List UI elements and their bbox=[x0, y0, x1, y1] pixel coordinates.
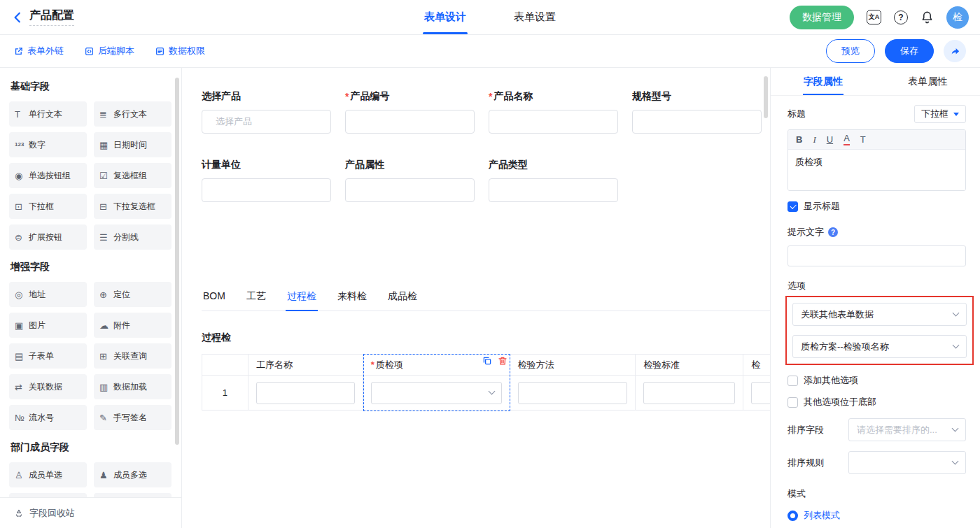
copy-field-button[interactable] bbox=[482, 356, 492, 366]
tab-bom[interactable]: BOM bbox=[202, 290, 227, 311]
sort-rule-select[interactable] bbox=[848, 451, 966, 474]
field-item-attachment[interactable]: ☁ 附件 bbox=[94, 313, 172, 338]
column-header-inspection-method[interactable]: 检验方法 bbox=[510, 355, 636, 376]
title-value-input[interactable]: 质检项 bbox=[788, 150, 965, 190]
field-item-divider[interactable]: ☰ 分割线 bbox=[94, 224, 172, 250]
tab-field-properties[interactable]: 字段属性 bbox=[771, 68, 876, 95]
product-type-input[interactable] bbox=[489, 178, 618, 202]
preview-button[interactable]: 预览 bbox=[826, 39, 875, 63]
save-button[interactable]: 保存 bbox=[885, 39, 934, 63]
field-item-number[interactable]: 123 数字 bbox=[9, 132, 87, 157]
product-attr-input[interactable] bbox=[345, 178, 475, 202]
data-manage-button[interactable]: 数据管理 bbox=[790, 6, 854, 29]
option-field-select[interactable]: 质检方案--检验项名称 bbox=[792, 335, 967, 358]
select-product-input[interactable]: 选择产品 bbox=[202, 110, 331, 134]
spec-model-input[interactable] bbox=[632, 110, 762, 134]
process-name-cell-input[interactable] bbox=[256, 382, 355, 404]
avatar[interactable]: 检 bbox=[946, 6, 969, 29]
add-other-option-row[interactable]: 添加其他选项 bbox=[788, 374, 966, 387]
field-item-subform[interactable]: ▤ 子表单 bbox=[9, 343, 87, 369]
inspection-standard-cell-input[interactable] bbox=[643, 382, 735, 404]
field-item-data-load[interactable]: ▥ 数据加载 bbox=[94, 374, 172, 399]
enhanced-fields-grid: ◎ 地址 ⊕ 定位 ▣ 图片 ☁ 附件 ▤ 子表单 bbox=[9, 282, 172, 430]
help-icon[interactable]: ? bbox=[894, 10, 908, 24]
sidebar-scrollbar[interactable] bbox=[175, 78, 179, 445]
tab-incoming-inspection[interactable]: 来料检 bbox=[336, 290, 368, 311]
field-item-dropdown[interactable]: ⊡ 下拉框 bbox=[9, 194, 87, 219]
tab-form-design[interactable]: 表单设计 bbox=[423, 0, 468, 34]
share-button[interactable] bbox=[944, 40, 966, 62]
header-right: 数据管理 文A ? 检 bbox=[790, 6, 969, 29]
form-field-spec-model: 规格型号 bbox=[632, 90, 770, 134]
field-item-signature[interactable]: ✎ 手写签名 bbox=[94, 405, 172, 430]
other-option-bottom-row[interactable]: 其他选项位于底部 bbox=[788, 396, 966, 408]
field-item-member-multi[interactable]: ♟ 成员多选 bbox=[94, 462, 172, 487]
translate-icon[interactable]: 文A bbox=[867, 10, 881, 24]
tab-form-settings[interactable]: 表单设置 bbox=[512, 0, 557, 34]
unit-input[interactable] bbox=[202, 178, 331, 202]
form-field-unit: 计量单位 bbox=[202, 159, 345, 202]
column-header-inspection-standard[interactable]: 检验标准 bbox=[636, 355, 743, 376]
tab-finished-inspection[interactable]: 成品检 bbox=[386, 290, 419, 311]
tab-process-inspection[interactable]: 过程检 bbox=[286, 290, 318, 311]
field-recycle-bin[interactable]: 字段回收站 bbox=[0, 497, 181, 528]
image-icon: ▣ bbox=[15, 321, 29, 330]
data-permission-button[interactable]: 数据权限 bbox=[155, 45, 205, 57]
column-header-clipped[interactable]: 检 bbox=[743, 355, 770, 376]
quality-item-cell-select[interactable] bbox=[371, 382, 502, 404]
back-button[interactable] bbox=[11, 11, 24, 24]
member-single-icon: ♙ bbox=[15, 471, 29, 480]
font-size-button[interactable]: T bbox=[860, 134, 866, 145]
title-rich-editor: B I U A T 质检项 bbox=[788, 129, 966, 191]
required-mark: * bbox=[489, 91, 492, 102]
field-type-select[interactable]: 下拉框 bbox=[914, 105, 966, 123]
field-item-address[interactable]: ◎ 地址 bbox=[9, 282, 87, 307]
checkbox-group-icon: ☑ bbox=[99, 171, 113, 180]
product-code-input[interactable] bbox=[345, 110, 475, 134]
clipped-cell-input[interactable] bbox=[751, 382, 770, 404]
mode-list-radio-row[interactable]: 列表模式 bbox=[788, 509, 966, 522]
external-link-button[interactable]: 表单外链 bbox=[14, 45, 64, 57]
show-title-checkbox bbox=[788, 201, 798, 212]
underline-button[interactable]: U bbox=[827, 134, 833, 145]
tab-form-properties[interactable]: 表单属性 bbox=[876, 68, 980, 95]
section-title-basic-fields: 基础字段 bbox=[10, 80, 172, 93]
field-item-extend-button[interactable]: ⊜ 扩展按钮 bbox=[9, 224, 87, 250]
backend-script-button[interactable]: 后端脚本 bbox=[85, 45, 134, 57]
column-header-process-name[interactable]: 工序名称 bbox=[248, 355, 363, 376]
option-source-select[interactable]: 关联其他表单数据 bbox=[792, 303, 967, 326]
field-item-datetime[interactable]: ▦ 日期时间 bbox=[94, 132, 172, 157]
field-item-radio-group[interactable]: ◉ 单选按钮组 bbox=[9, 163, 87, 188]
external-link-icon bbox=[14, 47, 23, 56]
field-item-image[interactable]: ▣ 图片 bbox=[9, 313, 87, 338]
show-title-checkbox-row[interactable]: 显示标题 bbox=[788, 200, 966, 213]
field-item-multi-line-text[interactable]: ≣ 多行文本 bbox=[94, 101, 172, 127]
bell-icon[interactable] bbox=[920, 10, 934, 24]
subform-table: 工序名称 *质检项 检验方法 检验标准 检 1 bbox=[202, 354, 770, 411]
field-item-location[interactable]: ⊕ 定位 bbox=[94, 282, 172, 307]
field-item-related-data[interactable]: ⇄ 关联数据 bbox=[9, 374, 87, 399]
product-name-input[interactable] bbox=[489, 110, 618, 134]
radio-group-icon: ◉ bbox=[15, 171, 29, 180]
field-item-dropdown-multi[interactable]: ⊟ 下拉复选框 bbox=[94, 194, 172, 219]
field-item-member-single[interactable]: ♙ 成员单选 bbox=[9, 462, 87, 487]
canvas-scrollbar[interactable] bbox=[764, 76, 768, 118]
inspection-method-cell-input[interactable] bbox=[518, 382, 628, 404]
field-item-related-query[interactable]: ⊞ 关联查询 bbox=[94, 343, 172, 369]
options-highlight-box: 关联其他表单数据 质检方案--检验项名称 bbox=[785, 296, 974, 365]
app-window: 产品配置 表单设计 表单设置 数据管理 文A ? 检 表单外链 bbox=[0, 0, 980, 528]
location-icon: ⊕ bbox=[99, 290, 113, 299]
toolbar-actions: 预览 保存 bbox=[826, 39, 966, 63]
sort-field-select[interactable]: 请选择需要排序的... bbox=[848, 418, 966, 441]
field-item-checkbox-group[interactable]: ☑ 复选框组 bbox=[94, 163, 172, 188]
bold-button[interactable]: B bbox=[796, 134, 802, 145]
tab-process[interactable]: 工艺 bbox=[245, 290, 267, 311]
form-field-product-type: 产品类型 bbox=[489, 159, 632, 202]
font-color-button[interactable]: A bbox=[844, 134, 850, 145]
field-item-single-line-text[interactable]: T 单行文本 bbox=[9, 101, 87, 127]
hint-text-input[interactable] bbox=[788, 245, 966, 266]
italic-button[interactable]: I bbox=[813, 134, 816, 145]
hint-help-icon[interactable]: ? bbox=[828, 227, 838, 237]
delete-field-button[interactable] bbox=[498, 356, 507, 366]
field-item-serial-number[interactable]: № 流水号 bbox=[9, 405, 87, 430]
